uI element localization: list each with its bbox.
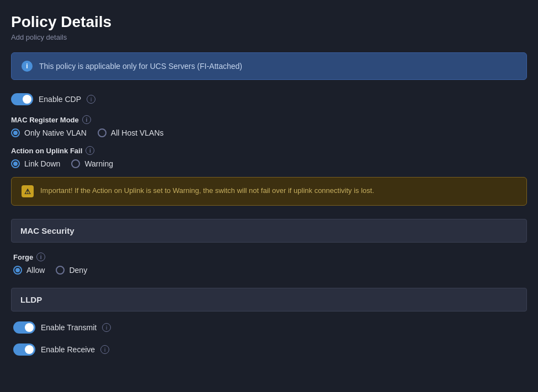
mac-security-section-header: MAC Security bbox=[11, 219, 527, 243]
enable-receive-slider bbox=[13, 343, 35, 356]
mac-register-mode-info-icon[interactable]: i bbox=[82, 115, 91, 124]
mac-security-content: Forge i Allow Deny bbox=[11, 253, 527, 275]
action-uplink-fail-label: Action on Uplink Fail i bbox=[11, 146, 527, 155]
mac-register-mode-options: Only Native VLAN All Host VLANs bbox=[11, 128, 527, 137]
page-title: Policy Details bbox=[11, 13, 527, 31]
enable-cdp-row: Enable CDP i bbox=[11, 93, 527, 105]
enable-transmit-row: Enable Transmit i bbox=[13, 321, 525, 334]
lldp-content: Enable Transmit i Enable Receive i bbox=[11, 321, 527, 356]
forge-label: Forge i bbox=[13, 253, 525, 261]
warning-banner: ⚠ Important! If the Action on Uplink is … bbox=[11, 177, 527, 206]
enable-receive-label: Enable Receive bbox=[41, 345, 95, 354]
enable-cdp-label: Enable CDP bbox=[39, 95, 81, 104]
enable-cdp-toggle[interactable] bbox=[11, 93, 33, 105]
radio-deny[interactable]: Deny bbox=[56, 266, 87, 275]
lldp-section-header: LLDP bbox=[11, 288, 527, 312]
info-banner: i This policy is applicable only for UCS… bbox=[11, 52, 527, 80]
info-icon: i bbox=[22, 61, 33, 72]
radio-link-down[interactable]: Link Down bbox=[11, 159, 60, 168]
radio-allow[interactable]: Allow bbox=[13, 266, 45, 275]
enable-transmit-label: Enable Transmit bbox=[41, 323, 97, 332]
enable-receive-row: Enable Receive i bbox=[13, 343, 525, 356]
enable-cdp-info-icon[interactable]: i bbox=[87, 95, 95, 104]
enable-transmit-info-icon[interactable]: i bbox=[102, 323, 111, 332]
page-subtitle: Add policy details bbox=[11, 33, 527, 41]
warning-icon: ⚠ bbox=[22, 185, 34, 197]
mac-register-mode-label: MAC Register Mode i bbox=[11, 115, 527, 124]
info-banner-text: This policy is applicable only for UCS S… bbox=[39, 62, 242, 71]
radio-deny-label: Deny bbox=[69, 266, 87, 275]
enable-cdp-slider bbox=[11, 93, 33, 105]
enable-transmit-slider bbox=[13, 321, 35, 334]
enable-receive-toggle[interactable] bbox=[13, 343, 35, 356]
radio-only-native-vlan[interactable]: Only Native VLAN bbox=[11, 128, 87, 137]
forge-info-icon[interactable]: i bbox=[36, 253, 45, 261]
forge-options: Allow Deny bbox=[13, 266, 525, 275]
warning-banner-text: Important! If the Action on Uplink is se… bbox=[40, 185, 374, 196]
radio-link-down-label: Link Down bbox=[24, 159, 60, 168]
radio-warning[interactable]: Warning bbox=[71, 159, 113, 168]
action-uplink-fail-info-icon[interactable]: i bbox=[86, 146, 94, 155]
radio-all-host-vlans[interactable]: All Host VLANs bbox=[98, 128, 164, 137]
radio-all-host-vlans-label: All Host VLANs bbox=[111, 128, 164, 137]
radio-only-native-vlan-label: Only Native VLAN bbox=[24, 128, 87, 137]
enable-receive-info-icon[interactable]: i bbox=[100, 345, 109, 354]
radio-warning-label: Warning bbox=[84, 159, 113, 168]
radio-allow-label: Allow bbox=[26, 266, 45, 275]
action-uplink-fail-options: Link Down Warning bbox=[11, 159, 527, 168]
enable-transmit-toggle[interactable] bbox=[13, 321, 35, 334]
